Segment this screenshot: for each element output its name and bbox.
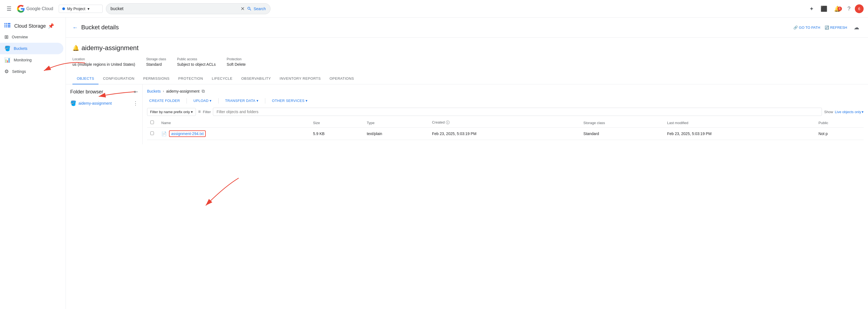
search-button[interactable]: Search <box>247 6 266 11</box>
project-dropdown-icon: ▾ <box>88 7 89 11</box>
th-checkbox <box>147 118 158 128</box>
row-created-cell: Feb 23, 2025, 5:03:19 PM <box>429 128 580 140</box>
sidebar-item-label-buckets: Buckets <box>14 46 27 51</box>
live-objects-arrow: ▾ <box>862 110 864 114</box>
select-all-checkbox[interactable] <box>150 121 154 124</box>
tab-protection[interactable]: PROTECTION <box>174 73 208 84</box>
project-name: My Project <box>67 7 85 11</box>
tab-observability[interactable]: OBSERVABILITY <box>237 73 275 84</box>
refresh-icon: 🔄 <box>825 26 829 30</box>
row-public-cell: Not p <box>815 128 864 140</box>
sidebar-item-overview[interactable]: ⊞ Overview <box>0 31 63 43</box>
folder-browser-header: Folder browser ⇤ <box>66 89 143 98</box>
upload-arrow: ▾ <box>210 99 212 103</box>
meta-location: Location us (multiple regions in United … <box>72 57 135 67</box>
breadcrumb-buckets[interactable]: Buckets <box>147 89 161 94</box>
th-created: Created ⓘ <box>429 118 580 128</box>
sidebar-item-settings[interactable]: ⚙ Settings <box>0 66 63 77</box>
transfer-data-button[interactable]: TRANSFER DATA ▾ <box>223 97 261 104</box>
filter-input[interactable] <box>213 108 822 116</box>
breadcrumb-current: aidemy-assignment <box>166 89 199 94</box>
top-nav: ☰ Google Cloud My Project ▾ ✕ Search ✦ ⬛… <box>0 0 868 18</box>
th-type: Type <box>364 118 429 128</box>
folder-browser: Folder browser ⇤ 🪣 aidemy-assignment ⋮ <box>66 84 143 144</box>
other-services-arrow: ▾ <box>306 99 308 103</box>
folder-item-left: 🪣 aidemy-assignment <box>70 100 112 106</box>
row-last-modified-cell: Feb 23, 2025, 5:03:19 PM <box>664 128 815 140</box>
show-selector: Show Live objects only ▾ <box>824 110 864 114</box>
tab-inventory-reports[interactable]: INVENTORY REPORTS <box>275 73 325 84</box>
bucket-name: aidemy-assignment <box>82 44 138 52</box>
create-folder-button[interactable]: CREATE FOLDER <box>147 97 182 104</box>
sidebar-item-label-overview: Overview <box>12 35 28 39</box>
folder-item-name: aidemy-assignment <box>79 101 112 105</box>
action-divider-2 <box>218 98 219 104</box>
file-public: Not p <box>818 132 828 136</box>
table-body: 📄 assignment-294.txt 5.9 KB text/plain <box>147 128 864 140</box>
notifications[interactable]: 🔔 6 <box>832 5 843 12</box>
breadcrumb-copy-icon[interactable]: ⧉ <box>202 89 205 94</box>
file-size: 5.9 KB <box>313 132 324 136</box>
folder-item-aidemy[interactable]: 🪣 aidemy-assignment ⋮ <box>66 98 143 108</box>
project-selector[interactable]: My Project ▾ <box>59 5 102 13</box>
search-clear-icon[interactable]: ✕ <box>241 6 245 12</box>
tab-permissions[interactable]: PERMISSIONS <box>139 73 174 84</box>
sparkle-icon[interactable]: ✦ <box>807 3 816 14</box>
search-icon <box>247 6 252 11</box>
action-bar: CREATE FOLDER UPLOAD ▾ TRANSFER DATA ▾ <box>147 97 864 104</box>
cloud-icon[interactable]: ☁ <box>851 22 861 33</box>
svg-rect-1 <box>6 23 7 24</box>
tab-configuration[interactable]: CONFIGURATION <box>98 73 139 84</box>
live-objects-selector[interactable]: Live objects only ▾ <box>835 110 864 114</box>
go-to-path-link[interactable]: 🔗 GO TO PATH <box>794 26 820 30</box>
refresh-link[interactable]: 🔄 REFRESH <box>825 26 847 30</box>
collapse-icon[interactable]: ⇤ <box>134 89 138 95</box>
th-name: Name <box>158 118 310 128</box>
sidebar-item-buckets[interactable]: 🪣 Buckets <box>0 43 63 54</box>
tab-objects[interactable]: OBJECTS <box>72 73 98 84</box>
row-size-cell: 5.9 KB <box>310 128 364 140</box>
table-header: Name Size Type Created ⓘ <box>147 118 864 128</box>
objects-table-area: Buckets › aidemy-assignment ⧉ CREATE FOL… <box>143 84 868 144</box>
bucket-meta: Location us (multiple regions in United … <box>72 57 861 67</box>
filter-icon: ≡ <box>198 109 200 114</box>
meta-location-label: Location <box>72 57 135 61</box>
file-name: assignment-294.txt <box>169 130 206 137</box>
help-icon[interactable]: ? <box>845 3 852 14</box>
meta-protection-value: Soft Delete <box>226 62 246 67</box>
breadcrumb-separator: › <box>163 89 164 93</box>
page-header: ← Bucket details 🔗 GO TO PATH 🔄 REFRESH … <box>66 18 868 37</box>
refresh-label: REFRESH <box>830 26 847 30</box>
row-checkbox[interactable] <box>150 132 154 135</box>
settings-icon: ⚙ <box>4 68 9 74</box>
file-name-link[interactable]: 📄 assignment-294.txt <box>161 130 306 137</box>
row-name-cell: 📄 assignment-294.txt <box>158 128 310 140</box>
file-type: text/plain <box>367 132 382 136</box>
objects-table: Name Size Type Created ⓘ <box>147 118 864 140</box>
other-services-button[interactable]: OTHER SERVICES ▾ <box>270 97 310 104</box>
pin-icon[interactable]: 📌 <box>48 23 54 29</box>
nav-right: ✦ ⬛ 🔔 6 ? 6 <box>807 3 864 14</box>
row-type-cell: text/plain <box>364 128 429 140</box>
tab-lifecycle[interactable]: LIFECYCLE <box>208 73 237 84</box>
back-button[interactable]: ← <box>72 24 78 31</box>
objects-area: Folder browser ⇤ 🪣 aidemy-assignment ⋮ <box>66 84 868 144</box>
filter-prefix-selector[interactable]: Filter by name prefix only ▾ <box>147 108 196 116</box>
other-services-label: OTHER SERVICES <box>272 99 305 103</box>
app-body: Cloud Storage 📌 ⊞ Overview 🪣 Buckets 📊 M… <box>0 18 868 309</box>
notification-count: 6 <box>838 7 842 11</box>
meta-protection: Protection Soft Delete <box>226 57 246 67</box>
row-storage-class-cell: Standard <box>580 128 664 140</box>
terminal-icon[interactable]: ⬛ <box>818 3 830 14</box>
search-input[interactable] <box>111 6 239 11</box>
folder-item-menu-icon[interactable]: ⋮ <box>133 100 138 106</box>
created-help-icon[interactable]: ⓘ <box>446 120 450 125</box>
tab-operations[interactable]: OPERATIONS <box>325 73 358 84</box>
hamburger-icon[interactable]: ☰ <box>4 3 14 14</box>
upload-button[interactable]: UPLOAD ▾ <box>191 97 214 104</box>
th-size: Size <box>310 118 364 128</box>
avatar[interactable]: 6 <box>855 4 864 13</box>
sidebar-item-monitoring[interactable]: 📊 Monitoring <box>0 54 63 66</box>
go-to-path-label: GO TO PATH <box>799 26 820 30</box>
meta-public-access: Public access Subject to object ACLs <box>177 57 216 67</box>
